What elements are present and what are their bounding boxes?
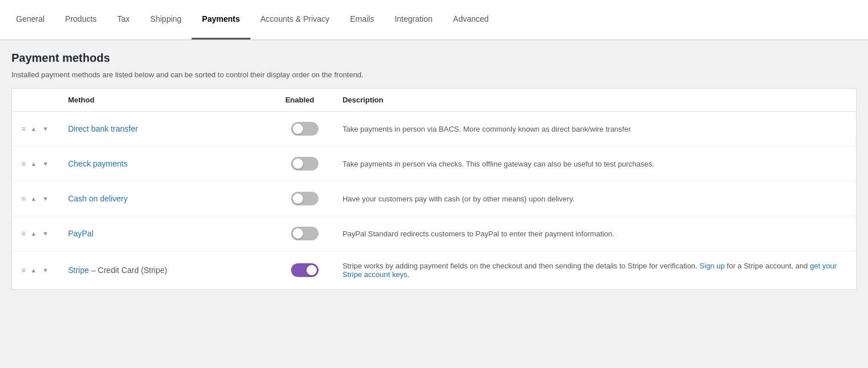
tab-integration[interactable]: Integration [384, 0, 443, 39]
drag-handle-icon[interactable]: ≡ [21, 194, 26, 203]
table-row: ≡ ▲ ▼ PayPal PayPal Standard redirects c… [12, 216, 857, 251]
drag-handle-icon[interactable]: ≡ [21, 159, 26, 168]
move-down-button[interactable]: ▼ [41, 230, 50, 238]
method-cell-direct-bank-transfer: Direct bank transfer [59, 112, 276, 147]
page-description: Installed payment methods are listed bel… [11, 70, 857, 79]
method-cell-cash-on-delivery: Cash on delivery [59, 181, 276, 216]
row-controls-cash-on-delivery: ≡ ▲ ▼ [12, 181, 59, 216]
toggle-thumb [293, 193, 303, 204]
row-controls-stripe: ≡ ▲ ▼ [12, 251, 59, 290]
toggle-direct-bank-transfer[interactable] [291, 122, 318, 136]
page-content: Payment methods Installed payment method… [0, 40, 868, 301]
tab-products[interactable]: Products [55, 0, 107, 39]
toggle-wrapper-paypal [285, 227, 324, 240]
tab-payments[interactable]: Payments [192, 0, 250, 39]
toggle-thumb [293, 159, 303, 169]
toggle-wrapper-direct-bank-transfer [285, 122, 324, 136]
move-down-button[interactable]: ▼ [41, 195, 50, 203]
toggle-wrapper-cash-on-delivery [285, 192, 324, 205]
method-link-stripe[interactable]: Stripe [68, 266, 89, 275]
enabled-cell-direct-bank-transfer [276, 112, 333, 147]
tab-shipping[interactable]: Shipping [140, 0, 192, 39]
method-cell-paypal: PayPal [59, 216, 276, 251]
drag-handle-icon[interactable]: ≡ [21, 229, 26, 238]
move-down-button[interactable]: ▼ [41, 125, 50, 133]
description-cell-stripe: Stripe works by adding payment fields on… [333, 251, 857, 290]
stripe-signup-link[interactable]: Sign up [699, 262, 724, 270]
toggle-wrapper-check-payments [285, 157, 324, 171]
row-controls: ≡ ▲ ▼ [21, 266, 50, 275]
toggle-wrapper-stripe [285, 263, 324, 277]
description-text: PayPal Standard redirects customers to P… [343, 229, 614, 238]
method-cell-stripe: Stripe – Credit Card (Stripe) [59, 251, 276, 290]
method-cell-check-payments: Check payments [59, 147, 276, 181]
move-up-button[interactable]: ▲ [29, 195, 38, 203]
drag-handle-icon[interactable]: ≡ [21, 266, 26, 275]
move-up-button[interactable]: ▲ [29, 230, 38, 238]
table-body: ≡ ▲ ▼ Direct bank transfer Take payments… [12, 112, 857, 290]
description-text: Take payments in person via BACS. More c… [343, 125, 631, 133]
row-controls: ≡ ▲ ▼ [21, 229, 50, 238]
description-text-2: for a Stripe account, and [724, 262, 810, 270]
tab-general[interactable]: General [6, 0, 55, 39]
description-text: Have your customers pay with cash (or by… [343, 195, 575, 203]
move-up-button[interactable]: ▲ [29, 160, 38, 168]
method-link-cash-on-delivery[interactable]: Cash on delivery [68, 194, 128, 203]
col-header-description: Description [333, 89, 857, 112]
toggle-thumb [306, 265, 317, 275]
enabled-cell-stripe [276, 251, 333, 290]
description-text-3: . [407, 270, 409, 279]
row-controls: ≡ ▲ ▼ [21, 124, 50, 133]
move-up-button[interactable]: ▲ [29, 125, 38, 133]
table-row: ≡ ▲ ▼ Direct bank transfer Take payments… [12, 112, 857, 147]
col-header-enabled: Enabled [276, 89, 333, 112]
table-row: ≡ ▲ ▼ Cash on delivery Have your custome… [12, 181, 857, 216]
page-title: Payment methods [11, 52, 857, 65]
toggle-check-payments[interactable] [291, 157, 318, 171]
table-row: ≡ ▲ ▼ Stripe – Credit Card (Stripe) Stri… [12, 251, 857, 290]
col-header-method: Method [59, 89, 276, 112]
tab-advanced[interactable]: Advanced [443, 0, 499, 39]
method-link-check-payments[interactable]: Check payments [68, 159, 128, 168]
description-cell-cash-on-delivery: Have your customers pay with cash (or by… [333, 181, 857, 216]
row-controls-paypal: ≡ ▲ ▼ [12, 216, 59, 251]
row-controls-direct-bank-transfer: ≡ ▲ ▼ [12, 112, 59, 147]
enabled-cell-cash-on-delivery [276, 181, 333, 216]
move-down-button[interactable]: ▼ [41, 267, 50, 274]
method-suffix-stripe: – Credit Card (Stripe) [89, 266, 168, 275]
row-controls-check-payments: ≡ ▲ ▼ [12, 147, 59, 181]
col-header-drag [12, 89, 59, 112]
tabs-bar: GeneralProductsTaxShippingPaymentsAccoun… [0, 0, 868, 40]
tab-emails[interactable]: Emails [340, 0, 384, 39]
toggle-stripe[interactable] [291, 263, 318, 277]
row-controls: ≡ ▲ ▼ [21, 194, 50, 203]
description-cell-direct-bank-transfer: Take payments in person via BACS. More c… [333, 112, 857, 147]
tab-accounts-privacy[interactable]: Accounts & Privacy [250, 0, 340, 39]
payment-methods-table: Method Enabled Description ≡ ▲ ▼ Direct … [11, 88, 857, 290]
enabled-cell-check-payments [276, 147, 333, 181]
move-down-button[interactable]: ▼ [41, 160, 50, 168]
row-controls: ≡ ▲ ▼ [21, 159, 50, 168]
method-link-direct-bank-transfer[interactable]: Direct bank transfer [68, 124, 138, 133]
description-text: Stripe works by adding payment fields on… [343, 262, 699, 270]
drag-handle-icon[interactable]: ≡ [21, 124, 26, 133]
toggle-thumb [293, 124, 303, 134]
method-link-paypal[interactable]: PayPal [68, 229, 93, 238]
move-up-button[interactable]: ▲ [29, 267, 38, 274]
table-header: Method Enabled Description [12, 89, 857, 112]
toggle-cash-on-delivery[interactable] [291, 192, 318, 205]
tab-tax[interactable]: Tax [107, 0, 140, 39]
table-row: ≡ ▲ ▼ Check payments Take payments in pe… [12, 147, 857, 181]
enabled-cell-paypal [276, 216, 333, 251]
toggle-paypal[interactable] [291, 227, 318, 240]
description-cell-paypal: PayPal Standard redirects customers to P… [333, 216, 857, 251]
description-cell-check-payments: Take payments in person via checks. This… [333, 147, 857, 181]
toggle-thumb [293, 228, 303, 239]
description-text: Take payments in person via checks. This… [343, 160, 654, 168]
